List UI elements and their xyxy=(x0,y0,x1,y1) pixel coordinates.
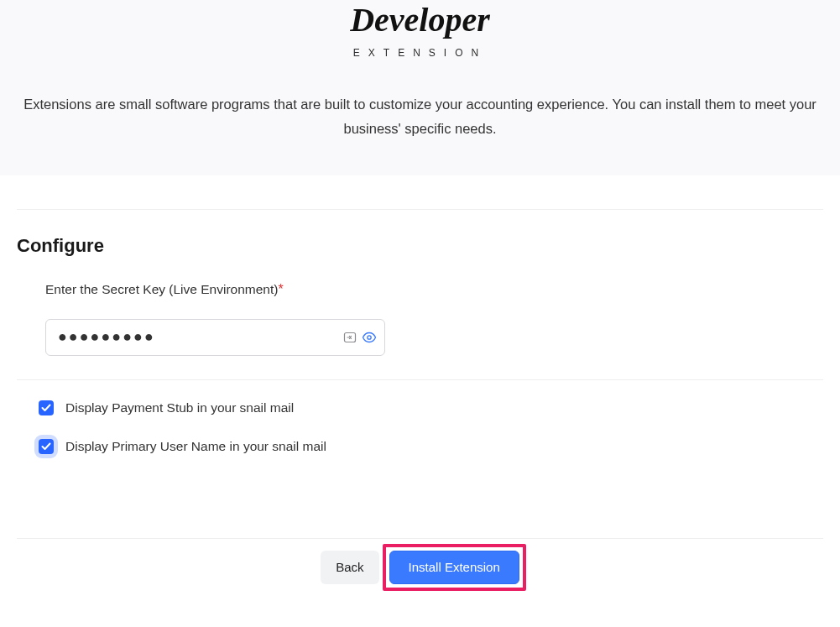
required-asterisk: * xyxy=(278,282,283,296)
secret-key-input-wrap xyxy=(45,319,385,356)
footer-buttons: Back Install Extension xyxy=(17,539,823,584)
back-button[interactable]: Back xyxy=(321,551,378,584)
content-area: Configure Enter the Secret Key (Live Env… xyxy=(0,209,840,584)
divider xyxy=(17,209,823,210)
eye-icon[interactable] xyxy=(362,332,377,343)
brand-subtitle: EXTENSION xyxy=(0,47,840,59)
option-row-payment-stub: Display Payment Stub in your snail mail xyxy=(39,400,823,415)
brand-title: Developer xyxy=(0,3,840,37)
divider xyxy=(17,379,823,380)
form-block: Enter the Secret Key (Live Environment)* xyxy=(17,257,823,356)
scrollbar[interactable] xyxy=(832,506,840,526)
svg-point-1 xyxy=(368,336,371,339)
install-button-wrap: Install Extension xyxy=(389,551,519,584)
header-banner: Developer EXTENSION Extensions are small… xyxy=(0,0,840,175)
checkbox-primary-user[interactable] xyxy=(39,439,54,454)
password-store-icon[interactable] xyxy=(343,332,357,343)
checkbox-label: Display Primary User Name in your snail … xyxy=(65,439,326,454)
install-extension-button[interactable]: Install Extension xyxy=(389,551,519,584)
section-title: Configure xyxy=(17,235,823,257)
checkbox-payment-stub[interactable] xyxy=(39,400,54,415)
secret-key-label: Enter the Secret Key (Live Environment) xyxy=(45,282,278,296)
intro-text: Extensions are small software programs t… xyxy=(0,76,840,141)
option-row-primary-user: Display Primary User Name in your snail … xyxy=(39,439,823,454)
checkbox-label: Display Payment Stub in your snail mail xyxy=(65,400,294,415)
brand-block: Developer EXTENSION xyxy=(0,0,840,59)
secret-key-input[interactable] xyxy=(45,319,385,356)
secret-key-label-row: Enter the Secret Key (Live Environment)* xyxy=(45,282,823,297)
input-adornments xyxy=(343,332,377,343)
